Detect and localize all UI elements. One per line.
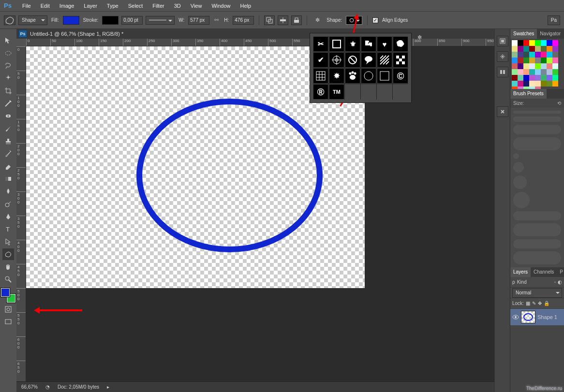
swatch[interactable] <box>523 69 529 75</box>
swatch[interactable] <box>523 75 529 81</box>
swatch[interactable] <box>541 69 547 75</box>
layers-tab[interactable]: Layers <box>510 267 531 277</box>
layer-item-shape1[interactable]: Shape 1 <box>510 309 564 325</box>
lock-move-icon[interactable]: ✥ <box>538 301 542 306</box>
path-select-tool[interactable] <box>2 236 14 247</box>
canvas-viewport[interactable] <box>26 46 494 381</box>
lock-brush-icon[interactable]: ✎ <box>532 301 536 306</box>
swatch[interactable] <box>552 40 558 46</box>
history-brush-tool[interactable] <box>2 148 14 160</box>
swatch[interactable] <box>552 52 558 58</box>
swatch[interactable] <box>552 46 558 52</box>
menu-view[interactable]: View <box>186 0 207 12</box>
crop-tool[interactable] <box>2 85 14 97</box>
swatch[interactable] <box>535 69 541 75</box>
swatch[interactable] <box>523 63 529 69</box>
blur-tool[interactable] <box>2 186 14 197</box>
swatch[interactable] <box>547 40 552 46</box>
swatch[interactable] <box>541 58 547 63</box>
swatch[interactable] <box>552 75 558 81</box>
path-op-icon[interactable] <box>264 15 275 25</box>
swatch[interactable] <box>529 63 535 69</box>
swatch[interactable] <box>547 58 552 63</box>
swatches-tab[interactable]: Swatches <box>510 29 537 39</box>
swatch[interactable] <box>535 63 541 69</box>
swatch[interactable] <box>518 81 523 87</box>
doc-status[interactable]: Doc: 2,05M/0 bytes <box>58 384 99 390</box>
shape-paw[interactable] <box>345 68 360 84</box>
dock-btn-3[interactable] <box>497 67 508 77</box>
shape-no[interactable] <box>345 52 360 68</box>
swatch[interactable] <box>535 75 541 81</box>
swatch[interactable] <box>541 81 547 87</box>
shape-grid3[interactable] <box>313 68 328 84</box>
eyedropper-tool[interactable] <box>2 98 14 109</box>
align-edges-checkbox[interactable]: ✓ <box>372 17 378 23</box>
align-icon[interactable] <box>278 15 288 25</box>
foreground-color[interactable] <box>1 288 10 297</box>
layer-thumb[interactable] <box>521 311 535 323</box>
pen-tool[interactable] <box>2 211 14 222</box>
stroke-width-input[interactable]: 0,00 pt <box>121 16 143 25</box>
gradient-tool[interactable] <box>2 173 14 185</box>
ruler-horizontal[interactable]: 0501001502002503003504004505005506006507… <box>26 39 494 46</box>
dock-btn-1[interactable] <box>497 36 508 46</box>
active-tool-icon[interactable] <box>4 15 15 25</box>
swatch[interactable] <box>518 75 523 81</box>
eraser-tool[interactable] <box>2 160 14 172</box>
swatch[interactable] <box>547 46 552 52</box>
menu-image[interactable]: Image <box>55 0 79 12</box>
dock-btn-4[interactable] <box>497 106 508 117</box>
swatch[interactable] <box>529 81 535 87</box>
filter-img-icon[interactable]: ▫ <box>554 279 556 285</box>
brush-presets-tab[interactable]: Brush Presets <box>510 89 547 99</box>
swatch[interactable] <box>518 63 523 69</box>
brush-list[interactable] <box>510 108 564 267</box>
menu-help[interactable]: Help <box>236 0 256 12</box>
layer-name[interactable]: Shape 1 <box>537 314 557 320</box>
menu-select[interactable]: Select <box>123 0 148 12</box>
menu-type[interactable]: Type <box>102 0 123 12</box>
custom-shape-tool[interactable] <box>2 248 14 260</box>
swatch[interactable] <box>512 75 518 81</box>
stroke-swatch[interactable] <box>102 16 119 25</box>
zoom-status[interactable]: 66,67% <box>21 384 38 390</box>
reset-icon[interactable]: ⟲ <box>557 101 561 106</box>
move-tool[interactable] <box>2 35 14 46</box>
heal-tool[interactable] <box>2 110 14 122</box>
swatch[interactable] <box>541 63 547 69</box>
swatch[interactable] <box>529 40 535 46</box>
shape-diag[interactable] <box>377 52 392 68</box>
screenmode-tool[interactable] <box>2 316 14 328</box>
swatch[interactable] <box>529 69 535 75</box>
lock-pixels-icon[interactable]: ▦ <box>526 301 530 306</box>
paths-tab[interactable]: P <box>557 267 564 277</box>
swatch[interactable] <box>512 52 518 58</box>
zoom-tool[interactable] <box>2 274 14 285</box>
swatch[interactable] <box>512 58 518 63</box>
swatch[interactable] <box>529 46 535 52</box>
lock-all-icon[interactable]: 🔒 <box>544 301 549 306</box>
dodge-tool[interactable] <box>2 198 14 210</box>
blend-mode-dropdown[interactable]: Normal <box>512 288 562 298</box>
swatch[interactable] <box>523 81 529 87</box>
type-tool[interactable]: T <box>2 223 14 235</box>
shape-square-thin[interactable] <box>377 68 392 84</box>
swatch[interactable] <box>535 40 541 46</box>
status-arrow-icon[interactable]: ▸ <box>107 384 109 390</box>
swatch[interactable] <box>541 52 547 58</box>
swatch[interactable] <box>547 63 552 69</box>
menu-filter[interactable]: Filter <box>148 0 169 12</box>
filter-adj-icon[interactable]: ◐ <box>558 279 562 285</box>
swatch[interactable] <box>552 58 558 63</box>
status-icon[interactable]: ◔ <box>45 384 50 390</box>
swatch[interactable] <box>552 81 558 87</box>
shape-burst[interactable]: ✸ <box>329 68 344 84</box>
eye-icon[interactable] <box>512 314 519 320</box>
height-input[interactable]: 476 px <box>233 16 254 25</box>
shape-scissors[interactable]: ✂ <box>313 36 328 52</box>
shape-check[interactable]: ✔ <box>313 52 328 68</box>
swatch[interactable] <box>547 52 552 58</box>
swatch[interactable] <box>535 52 541 58</box>
menu-layer[interactable]: Layer <box>79 0 102 12</box>
